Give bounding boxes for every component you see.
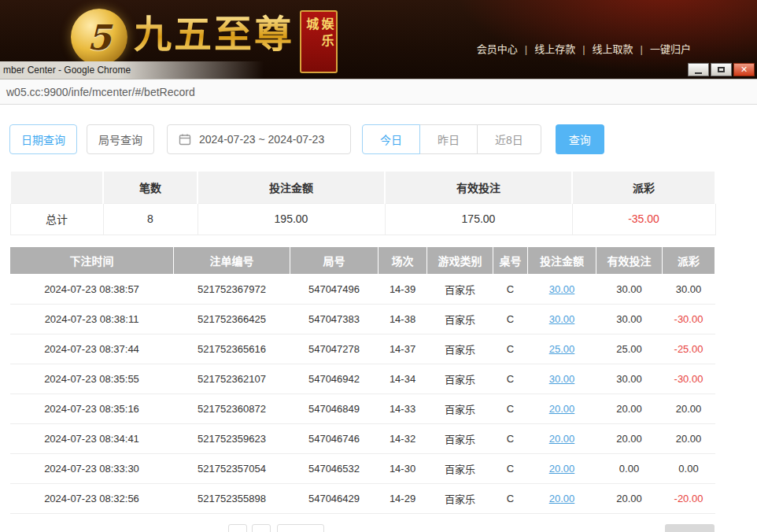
payout-cell: 0.00 (663, 453, 715, 483)
round-number-cell: 547047496 (290, 274, 378, 304)
bet-record-row: 2024-07-23 08:34:41521752359623547046746… (10, 423, 715, 453)
pagination-page-button[interactable] (252, 524, 271, 532)
bet-record-row: 2024-07-23 08:37:44521752365616547047278… (10, 334, 715, 364)
summary-header-bet-amount: 投注金额 (198, 171, 385, 203)
bet-amount-cell[interactable]: 30.00 (528, 364, 596, 393)
valid-bet-cell: 30.00 (596, 304, 663, 334)
bet-record-row: 2024-07-23 08:33:30521752357054547046532… (10, 453, 715, 483)
game-type-cell: 百家乐 (427, 274, 493, 304)
bet-time-cell: 2024-07-23 08:32:56 (10, 483, 174, 513)
summary-bet-amount-value: 195.00 (198, 203, 385, 235)
valid-bet-cell: 0.00 (596, 453, 663, 483)
minimize-button[interactable] (688, 63, 709, 76)
round-number-cell: 547047383 (290, 304, 378, 334)
bet-amount-cell[interactable]: 30.00 (528, 304, 596, 334)
nav-separator: | (641, 43, 643, 55)
payout-cell: -20.00 (663, 483, 715, 513)
col-header-table-number: 桌号 (493, 246, 528, 274)
bet-record-row: 2024-07-23 08:35:55521752362107547046942… (10, 364, 715, 393)
bet-time-cell: 2024-07-23 08:34:41 (10, 423, 174, 453)
summary-header-row: 笔数 投注金额 有效投注 派彩 (10, 171, 715, 203)
order-number-cell: 521752366425 (174, 304, 290, 334)
bet-amount-cell[interactable]: 20.00 (528, 483, 596, 513)
session-cell: 14-37 (378, 334, 427, 364)
order-number-cell: 521752359623 (174, 423, 290, 453)
pagination-size-select[interactable] (277, 524, 324, 532)
table-number-cell: C (493, 393, 528, 423)
session-cell: 14-38 (378, 304, 427, 334)
bet-amount-cell[interactable]: 20.00 (528, 453, 596, 483)
records-header-row: 下注时间 注单编号 局号 场次 游戏类别 桌号 投注金额 有效投注 派彩 (10, 246, 715, 274)
round-number-cell: 547046429 (290, 483, 378, 513)
table-number-cell: C (493, 274, 528, 304)
nav-online-withdraw[interactable]: 线上取款 (593, 43, 633, 55)
col-header-session: 场次 (378, 246, 427, 274)
brand-numeral: 5 (87, 17, 112, 57)
summary-header-count: 笔数 (103, 171, 198, 203)
payout-cell: 30.00 (663, 274, 715, 304)
table-number-cell: C (493, 423, 528, 453)
search-button[interactable]: 查询 (556, 124, 604, 154)
summary-total-row: 总计 8 195.00 175.00 -35.00 (10, 203, 715, 235)
round-number-cell: 547046532 (290, 453, 378, 483)
summary-count-value: 8 (103, 203, 198, 235)
payout-cell: -30.00 (663, 304, 715, 334)
close-button[interactable]: ✕ (733, 63, 755, 76)
last-8-days-button[interactable]: 近8日 (477, 124, 541, 154)
pagination (0, 524, 757, 532)
col-header-order-number: 注单编号 (174, 246, 290, 274)
nav-online-deposit[interactable]: 线上存款 (534, 43, 575, 55)
round-number-cell: 547046746 (290, 423, 378, 453)
summary-header-blank (10, 171, 103, 203)
game-type-cell: 百家乐 (427, 393, 493, 423)
session-cell: 14-34 (378, 364, 427, 393)
filter-toolbar: 日期查询 局号查询 2024-07-23 ~ 2024-07-23 今日 昨日 … (9, 124, 757, 154)
round-number-cell: 547046849 (290, 393, 378, 423)
session-cell: 14-30 (378, 453, 427, 483)
bet-time-cell: 2024-07-23 08:33:30 (10, 453, 174, 483)
valid-bet-cell: 20.00 (596, 423, 663, 453)
brand-name: 九五至尊 (134, 4, 294, 64)
pagination-prev-button[interactable] (228, 524, 247, 532)
payout-cell: -25.00 (663, 334, 715, 364)
yesterday-button[interactable]: 昨日 (419, 124, 478, 154)
table-number-cell: C (493, 304, 528, 334)
game-type-cell: 百家乐 (427, 483, 493, 513)
maximize-button[interactable] (711, 63, 732, 76)
window-title: mber Center - Google Chrome (0, 61, 131, 79)
session-cell: 14-39 (378, 274, 427, 304)
bet-time-cell: 2024-07-23 08:37:44 (10, 334, 174, 364)
nav-one-key-transfer[interactable]: 一键归户 (650, 43, 691, 55)
window-titlebar: mber Center - Google Chrome ✕ (0, 61, 757, 79)
date-query-tab[interactable]: 日期查询 (9, 124, 77, 154)
bet-amount-cell[interactable]: 20.00 (528, 393, 596, 423)
col-header-valid-bet: 有效投注 (596, 246, 663, 274)
order-number-cell: 521752355898 (174, 483, 290, 513)
bet-time-cell: 2024-07-23 08:38:57 (10, 274, 174, 304)
order-number-cell: 521752365616 (174, 334, 290, 364)
bet-time-cell: 2024-07-23 08:38:11 (10, 304, 174, 334)
content-area: 日期查询 局号查询 2024-07-23 ~ 2024-07-23 今日 昨日 … (0, 105, 757, 532)
page-url: w05.cc:9900/infe/mcenter/#/betRecord (6, 86, 195, 98)
nav-member-center[interactable]: 会员中心 (477, 43, 518, 55)
date-range-value: 2024-07-23 ~ 2024-07-23 (199, 133, 324, 146)
nav-separator: | (525, 43, 527, 55)
valid-bet-cell: 20.00 (596, 393, 663, 423)
bet-time-cell: 2024-07-23 08:35:16 (10, 393, 174, 423)
round-query-tab[interactable]: 局号查询 (87, 124, 154, 154)
col-header-game-type: 游戏类别 (427, 246, 493, 274)
bet-amount-cell[interactable]: 20.00 (528, 423, 596, 453)
game-type-cell: 百家乐 (427, 304, 493, 334)
valid-bet-cell: 20.00 (596, 483, 663, 513)
table-number-cell: C (493, 483, 528, 513)
valid-bet-cell: 25.00 (596, 334, 663, 364)
bet-amount-cell[interactable]: 30.00 (528, 274, 596, 304)
today-button[interactable]: 今日 (362, 124, 420, 154)
date-range-input[interactable]: 2024-07-23 ~ 2024-07-23 (167, 124, 351, 154)
bet-records-table: 下注时间 注单编号 局号 场次 游戏类别 桌号 投注金额 有效投注 派彩 202… (9, 246, 715, 514)
col-header-bet-amount: 投注金额 (528, 246, 596, 274)
table-number-cell: C (493, 334, 528, 364)
bet-amount-cell[interactable]: 25.00 (528, 334, 596, 364)
order-number-cell: 521752362107 (174, 364, 290, 393)
order-number-cell: 521752367972 (174, 274, 290, 304)
